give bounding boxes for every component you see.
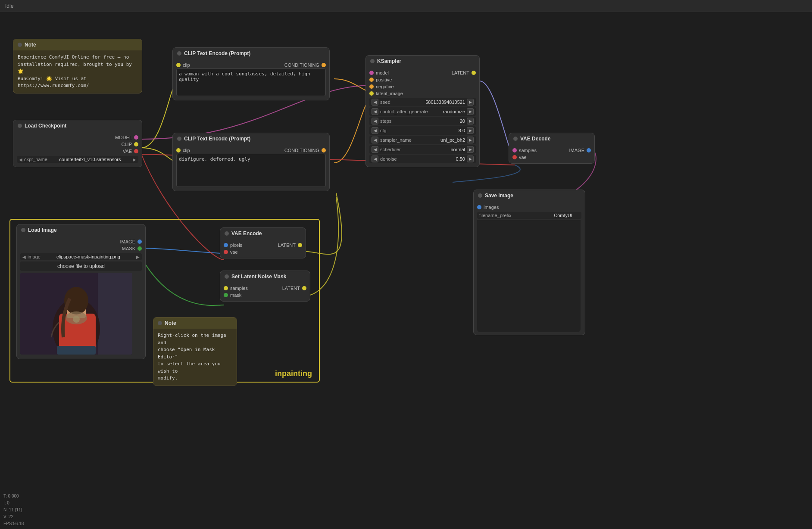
conditioning-out-port-pos	[322, 63, 326, 67]
ksampler-pos-port	[369, 78, 374, 82]
clip-encode-neg-header: CLIP Text Encode (Prompt)	[173, 133, 329, 144]
load-image-dot	[21, 228, 25, 232]
seed-left-btn[interactable]: ◀	[372, 99, 378, 106]
note-1-content: Experience ComfyUI Online for free — no …	[13, 50, 142, 93]
vae-decode-vae-label: vae	[519, 155, 527, 160]
vae-decode-samples-port	[512, 148, 517, 152]
vae-encode-latent-port	[298, 243, 302, 247]
vae-encode-pixels-port	[224, 243, 228, 247]
note-node-1: Note Experience ComfyUI Online for free …	[13, 39, 142, 93]
image-preview	[20, 273, 132, 355]
ckpt-dropdown[interactable]: ◀ ckpt_name counterfeitxl_v10.safetensor…	[17, 156, 138, 163]
noise-samples-label: samples	[230, 286, 248, 291]
ksampler-cfg-row[interactable]: ◀ cfg 8.0 ▶	[369, 126, 476, 135]
load-checkpoint-dot	[18, 124, 22, 128]
status-label: Idle	[5, 3, 13, 9]
note-2-title: Note	[165, 320, 176, 326]
vae-encode-title: VAE Encode	[231, 230, 262, 236]
scheduler-value: normal	[450, 147, 465, 152]
ksampler-model-port	[369, 71, 374, 75]
statusbar: T: 0.000 I: 0 N: 11 [11] V: 22 FPS:56.18	[0, 491, 27, 529]
pos-prompt-textarea[interactable]: a woman with a cool sunglasses, detailed…	[176, 68, 326, 96]
noise-mask-label: mask	[230, 293, 241, 298]
scheduler-right-btn[interactable]: ▶	[467, 146, 474, 153]
ksampler-steps-row[interactable]: ◀ steps 20 ▶	[369, 117, 476, 125]
set-latent-noise-node: Set Latent Noise Mask samples LATENT mas…	[220, 271, 310, 302]
filename-prefix-row[interactable]: filename_prefix ComfyUI	[477, 212, 581, 219]
scheduler-left-btn[interactable]: ◀	[372, 146, 378, 153]
ksampler-latent-port	[472, 71, 476, 75]
load-image-header: Load Image	[17, 224, 145, 236]
vae-encode-header: VAE Encode	[220, 228, 306, 239]
load-checkpoint-node: Load Checkpoint MODEL CLIP VAE	[13, 120, 142, 167]
clip-encode-pos-dot	[177, 51, 181, 56]
save-image-node: Save Image images filename_prefix ComfyU…	[473, 190, 585, 335]
vae-decode-vae-port	[512, 155, 517, 159]
ksampler-seed-row[interactable]: ◀ seed 580133394810521 ▶	[369, 98, 476, 106]
save-image-title: Save Image	[485, 193, 513, 199]
ksampler-cag-row[interactable]: ◀ control_after_generate randomize ▶	[369, 107, 476, 116]
cfg-left-btn[interactable]: ◀	[372, 127, 378, 134]
vae-encode-dot	[225, 231, 229, 236]
denoise-left-btn[interactable]: ◀	[372, 156, 378, 162]
seed-label: seed	[380, 100, 424, 105]
save-image-port	[477, 205, 481, 209]
ksampler-denoise-row[interactable]: ◀ denoise 0.50 ▶	[369, 155, 476, 163]
steps-right-btn[interactable]: ▶	[467, 118, 474, 124]
note-2-header: Note	[153, 317, 237, 329]
sampler-left-btn[interactable]: ◀	[372, 137, 378, 143]
note-node-2: Note Right-click on the image and choose…	[153, 317, 237, 386]
clip-out-label: CLIP	[122, 142, 132, 147]
ksampler-model-label: model	[376, 70, 389, 75]
neg-prompt-textarea[interactable]: disfigure, deformed, ugly	[176, 154, 326, 187]
note-2-dot	[158, 321, 162, 325]
clip-in-port-neg	[176, 148, 181, 152]
noise-latent-port	[302, 286, 306, 290]
steps-value: 20	[460, 118, 465, 124]
cag-left-btn[interactable]: ◀	[372, 108, 378, 115]
clip-in-label-neg: clip	[183, 148, 190, 153]
noise-mask-port	[224, 293, 228, 297]
seed-value: 580133394810521	[425, 100, 465, 105]
status-v: V: 22	[3, 513, 24, 520]
status-n: N: 11 [11]	[3, 507, 24, 513]
denoise-label: denoise	[380, 156, 454, 162]
ksampler-latent-in-port	[369, 91, 374, 96]
vae-encode-latent-label: LATENT	[278, 243, 296, 248]
vae-decode-samples-label: samples	[519, 148, 537, 153]
choose-file-button[interactable]: choose file to upload	[20, 261, 142, 271]
clip-in-label-pos: clip	[183, 62, 190, 68]
vae-decode-image-label: IMAGE	[569, 148, 584, 153]
image-dropdown[interactable]: ◀ image clipspace-mask-inpainting.png ▶	[20, 253, 142, 260]
clip-encode-pos-header: CLIP Text Encode (Prompt)	[173, 48, 329, 59]
cfg-value: 8.0	[459, 128, 465, 133]
set-latent-noise-header: Set Latent Noise Mask	[220, 271, 310, 282]
noise-latent-label: LATENT	[282, 286, 300, 291]
load-checkpoint-title: Load Checkpoint	[25, 123, 66, 129]
vae-encode-vae-label: vae	[230, 249, 238, 255]
steps-left-btn[interactable]: ◀	[372, 118, 378, 124]
denoise-right-btn[interactable]: ▶	[467, 156, 474, 162]
status-t: T: 0.000	[3, 493, 24, 500]
ksampler-pos-label: positive	[376, 77, 392, 82]
note-1-header: Note	[13, 39, 142, 50]
cag-value: randomize	[443, 109, 465, 114]
steps-label: steps	[380, 118, 458, 124]
status-i: I: 0	[3, 500, 24, 507]
save-image-dot	[478, 193, 482, 198]
cag-right-btn[interactable]: ▶	[467, 108, 474, 115]
seed-right-btn[interactable]: ▶	[467, 99, 474, 106]
sampler-right-btn[interactable]: ▶	[467, 137, 474, 143]
ksampler-latent-label: LATENT	[452, 70, 469, 75]
model-out-port	[134, 135, 138, 140]
vae-decode-header: VAE Decode	[509, 133, 594, 144]
noise-samples-port	[224, 286, 228, 290]
cfg-label: cfg	[380, 128, 457, 133]
ksampler-title: KSampler	[377, 58, 401, 64]
scheduler-label: scheduler	[380, 147, 449, 152]
cfg-right-btn[interactable]: ▶	[467, 127, 474, 134]
clip-encode-neg-dot	[177, 137, 181, 141]
ksampler-sampler-row[interactable]: ◀ sampler_name uni_pc_bh2 ▶	[369, 136, 476, 144]
ksampler-scheduler-row[interactable]: ◀ scheduler normal ▶	[369, 145, 476, 154]
ckpt-value: counterfeitxl_v10.safetensors	[49, 157, 131, 162]
